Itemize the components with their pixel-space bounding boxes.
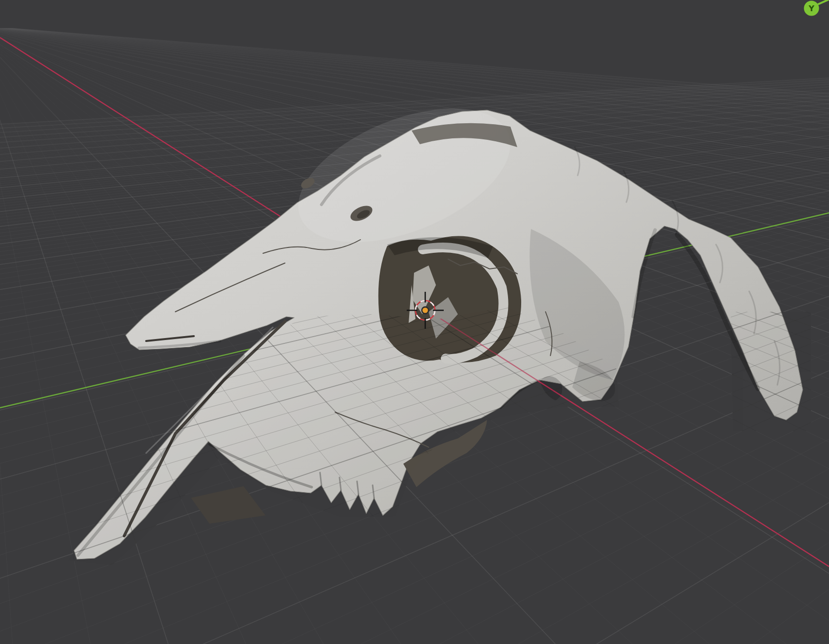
blender-3d-viewport[interactable]: Y [0,0,829,644]
cursor-dot [422,307,428,313]
spike-under-shade [78,356,244,555]
gizmo-y-label: Y [808,4,814,13]
